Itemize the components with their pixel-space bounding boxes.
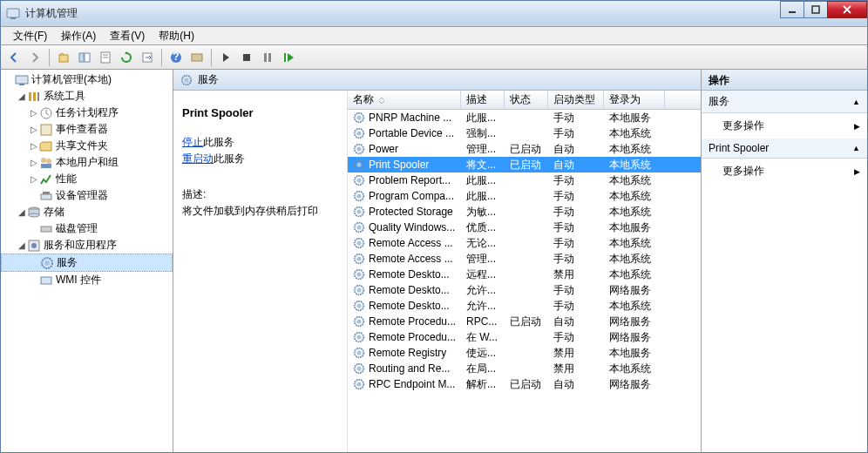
stop-service-link[interactable]: 停止 xyxy=(182,136,203,148)
tree-system-tools[interactable]: ◢系统工具 xyxy=(1,88,173,105)
tree-shared-folders[interactable]: ▷共享文件夹 xyxy=(1,138,173,154)
svg-rect-20 xyxy=(29,92,31,101)
maximize-button[interactable] xyxy=(804,1,828,18)
service-start: 手动 xyxy=(548,189,604,204)
svg-point-26 xyxy=(46,159,51,164)
service-desc: 使远... xyxy=(461,346,505,361)
refresh-button[interactable] xyxy=(117,48,136,67)
service-desc: 此服... xyxy=(461,173,505,188)
service-row[interactable]: Remote Procedu...RPC...已启动自动网络服务 xyxy=(348,314,701,329)
close-button[interactable] xyxy=(827,1,867,18)
tree-storage[interactable]: ◢存储 xyxy=(1,204,173,220)
service-row[interactable]: RPC Endpoint M...解析...已启动自动网络服务 xyxy=(348,376,701,392)
window-title: 计算机管理 xyxy=(25,6,867,21)
services-icon xyxy=(180,74,193,86)
play-button[interactable] xyxy=(216,48,235,67)
service-row[interactable]: Remote Deskto...允许...手动本地系统 xyxy=(348,298,701,314)
svg-point-32 xyxy=(29,213,39,217)
tree-task-scheduler[interactable]: ▷任务计划程序 xyxy=(1,105,173,121)
tree-services-apps[interactable]: ◢服务和应用程序 xyxy=(1,237,173,254)
gear-icon xyxy=(353,237,365,249)
service-start: 禁用 xyxy=(548,346,604,361)
service-start: 手动 xyxy=(548,173,604,188)
service-row[interactable]: Remote Deskto...远程...禁用本地系统 xyxy=(348,267,701,282)
app-icon xyxy=(6,7,20,21)
service-name: Protected Storage xyxy=(369,206,453,218)
service-desc: 将文... xyxy=(461,158,505,172)
service-name: Remote Procedu... xyxy=(369,331,456,343)
actions-more-2[interactable]: 更多操作▶ xyxy=(702,159,867,184)
svg-rect-22 xyxy=(37,92,39,101)
tree-services[interactable]: 服务 xyxy=(1,254,173,272)
tree-disk-management[interactable]: 磁盘管理 xyxy=(1,220,173,237)
restart-service-link[interactable]: 重启动 xyxy=(182,152,214,165)
forward-button[interactable] xyxy=(25,48,44,67)
restart-button[interactable] xyxy=(279,48,298,67)
svg-rect-19 xyxy=(19,84,24,85)
col-start[interactable]: 启动类型 xyxy=(548,91,604,109)
col-logon[interactable]: 登录为 xyxy=(604,91,665,109)
service-desc: 允许... xyxy=(461,283,505,298)
tree-performance[interactable]: ▷性能 xyxy=(1,171,173,187)
properties-button[interactable] xyxy=(96,48,115,67)
svg-rect-21 xyxy=(33,92,36,101)
service-row[interactable]: Protected Storage为敏...手动本地系统 xyxy=(348,204,701,220)
stop-button[interactable] xyxy=(237,48,256,67)
pause-button[interactable] xyxy=(258,48,277,67)
service-name: PNRP Machine ... xyxy=(369,112,451,124)
service-name: Problem Report... xyxy=(369,174,451,186)
service-row[interactable]: PNRP Machine ...此服...手动本地服务 xyxy=(348,110,701,125)
svg-rect-33 xyxy=(41,226,51,232)
tree-device-manager[interactable]: 设备管理器 xyxy=(1,187,173,204)
service-row[interactable]: Remote Deskto...允许...手动网络服务 xyxy=(348,282,701,298)
tree-wmi[interactable]: WMI 控件 xyxy=(1,272,173,288)
svg-point-42 xyxy=(356,115,361,119)
description-heading: 描述: xyxy=(182,187,338,202)
service-name: Power xyxy=(369,143,398,155)
navigation-tree[interactable]: 计算机管理(本地) ◢系统工具 ▷任务计划程序 ▷事件查看器 ▷共享文件夹 ▷本… xyxy=(1,70,173,452)
minimize-button[interactable] xyxy=(780,1,804,18)
svg-rect-15 xyxy=(264,53,267,62)
show-hide-tree-button[interactable] xyxy=(75,48,94,67)
tree-root[interactable]: 计算机管理(本地) xyxy=(1,71,173,88)
service-row[interactable]: Print Spooler将文...已启动自动本地系统 xyxy=(348,157,701,172)
col-state[interactable]: 状态 xyxy=(505,91,548,109)
back-button[interactable] xyxy=(4,48,24,67)
up-button[interactable] xyxy=(54,48,73,67)
service-row[interactable]: Program Compa...此服...手动本地系统 xyxy=(348,188,701,204)
service-row[interactable]: Remote Registry使远...禁用本地服务 xyxy=(348,345,701,361)
col-desc[interactable]: 描述 xyxy=(461,91,505,109)
actions-group-services[interactable]: 服务▲ xyxy=(702,91,867,113)
svg-rect-18 xyxy=(16,76,28,84)
gear-icon xyxy=(353,268,365,281)
service-row[interactable]: Routing and Re...在局...禁用本地系统 xyxy=(348,361,701,376)
menu-view[interactable]: 查看(V) xyxy=(103,27,152,45)
services-list[interactable]: 名称 描述 状态 启动类型 登录为 PNRP Machine ...此服...手… xyxy=(348,91,701,452)
actions-group-selected[interactable]: Print Spooler▲ xyxy=(702,139,867,159)
menu-action[interactable]: 操作(A) xyxy=(54,27,103,45)
service-row[interactable]: Remote Access ...管理...手动本地系统 xyxy=(348,251,701,267)
gear-icon xyxy=(353,206,365,218)
menu-file[interactable]: 文件(F) xyxy=(6,27,54,45)
col-name[interactable]: 名称 xyxy=(348,91,461,109)
export-button[interactable] xyxy=(138,48,157,67)
service-desc: 无论... xyxy=(461,236,505,251)
svg-text:?: ? xyxy=(173,51,179,63)
toolbar-icon[interactable] xyxy=(187,48,207,67)
svg-rect-3 xyxy=(812,6,819,13)
actions-pane: 操作 服务▲ 更多操作▶ Print Spooler▲ 更多操作▶ xyxy=(702,70,867,452)
help-button[interactable]: ? xyxy=(166,48,186,67)
gear-icon xyxy=(353,378,365,390)
service-row[interactable]: Remote Access ...无论...手动本地系统 xyxy=(348,235,701,251)
service-row[interactable]: Quality Windows...优质...手动本地服务 xyxy=(348,220,701,235)
svg-rect-28 xyxy=(41,194,51,199)
svg-point-72 xyxy=(356,350,361,355)
tree-event-viewer[interactable]: ▷事件查看器 xyxy=(1,121,173,138)
tree-local-users[interactable]: ▷本地用户和组 xyxy=(1,154,173,171)
actions-more-1[interactable]: 更多操作▶ xyxy=(702,113,867,139)
service-row[interactable]: Problem Report...此服...手动本地系统 xyxy=(348,172,701,188)
menu-help[interactable]: 帮助(H) xyxy=(152,27,201,45)
service-row[interactable]: Power管理...已启动自动本地系统 xyxy=(348,141,701,157)
service-row[interactable]: Portable Device ...强制...手动本地系统 xyxy=(348,125,701,141)
service-row[interactable]: Remote Procedu...在 W...手动网络服务 xyxy=(348,329,701,345)
